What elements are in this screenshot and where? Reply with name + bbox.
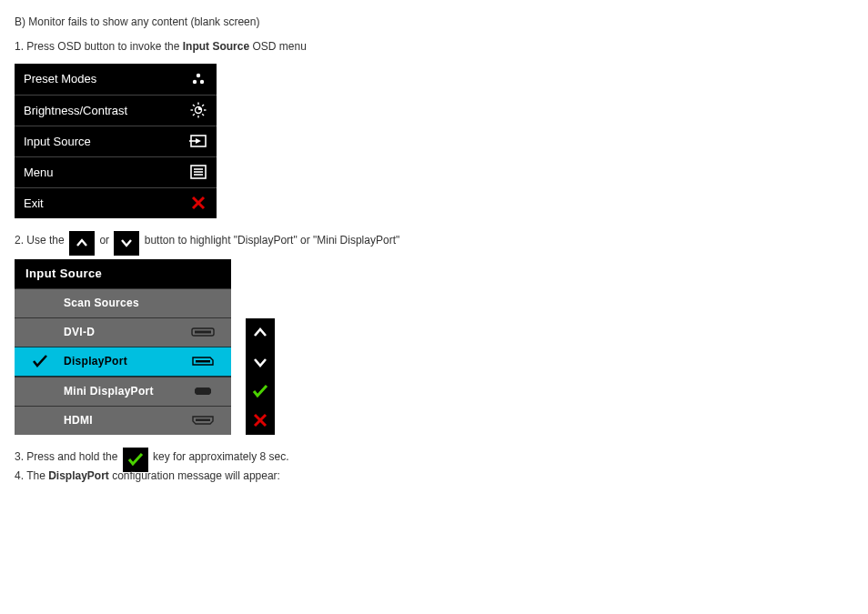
section-heading: B) Monitor fails to show any content (bl… [15, 15, 853, 30]
brightness-icon [189, 101, 207, 119]
svg-rect-23 [196, 360, 210, 363]
osd-item-exit[interactable]: Exit [15, 187, 217, 218]
down-arrow-icon[interactable] [114, 231, 139, 256]
osd-item-label: Brightness/Contrast [24, 104, 127, 117]
svg-rect-22 [195, 331, 211, 334]
side-close-button[interactable] [246, 406, 275, 435]
menu-icon [189, 163, 207, 181]
osd-row-displayport[interactable]: DisplayPort [15, 347, 231, 377]
osd-menu-main: Preset Modes Brightness/Contrast [15, 64, 217, 218]
osd-row-label: Scan Sources [31, 297, 189, 309]
mini-dp-port-icon [189, 386, 217, 397]
bold-text: Input Source [183, 40, 249, 53]
svg-line-8 [193, 105, 195, 106]
text: OSD menu [249, 40, 307, 53]
osd-row-dvi-d[interactable]: DVI-D [15, 317, 231, 347]
step-1-text: 1. Press OSD button to invoke the Input … [15, 39, 853, 55]
svg-point-2 [200, 79, 204, 83]
osd-item-label: Input Source [24, 135, 91, 148]
osd-item-preset-modes[interactable]: Preset Modes [15, 64, 217, 95]
svg-rect-24 [196, 419, 210, 422]
text: 3. Press and hold the [15, 449, 121, 462]
step-3-text: 3. Press and hold the key for approximat… [15, 448, 853, 467]
text: or [99, 233, 112, 246]
svg-line-9 [202, 114, 204, 116]
side-ok-button[interactable] [246, 377, 275, 406]
close-icon [189, 194, 207, 212]
text: configuration message will appear: [109, 469, 280, 482]
osd-item-label: Preset Modes [24, 72, 96, 86]
text: 1. Press OSD button to invoke the [15, 40, 183, 53]
svg-point-0 [197, 73, 200, 76]
step-2-text: 2. Use the or button to highlight "Displ… [15, 231, 853, 250]
dots-icon [189, 70, 207, 88]
osd-item-brightness[interactable]: Brightness/Contrast [15, 95, 217, 126]
bold-text: DisplayPort [48, 469, 109, 482]
osd-input-source-menu: Input Source Scan Sources DVI-D Di [15, 259, 231, 435]
osd-item-menu[interactable]: Menu [15, 156, 217, 187]
check-icon [33, 355, 47, 367]
text: key for approximately 8 sec. [153, 449, 288, 462]
osd-row-scan-sources[interactable]: Scan Sources [15, 288, 231, 317]
svg-line-10 [193, 114, 195, 116]
text: 2. Use the [15, 233, 67, 246]
text: button to highlight "DisplayPort" or "Mi… [145, 233, 400, 246]
dvi-port-icon [189, 327, 217, 337]
osd-row-label: DVI-D [31, 326, 189, 338]
side-down-button[interactable] [246, 347, 275, 377]
svg-point-1 [193, 79, 197, 83]
osd-row-label: DisplayPort [31, 355, 189, 367]
text: 4. The [15, 469, 48, 482]
osd-item-label: Exit [24, 196, 44, 210]
osd-side-buttons [246, 318, 275, 435]
displayport-port-icon [189, 356, 217, 367]
step-4-text: 4. The DisplayPort configuration message… [15, 468, 853, 484]
osd-row-hdmi[interactable]: HDMI [15, 406, 231, 435]
side-up-button[interactable] [246, 318, 275, 347]
osd-input-source-header: Input Source [15, 259, 231, 288]
svg-marker-13 [196, 138, 201, 144]
osd-row-label: HDMI [31, 414, 189, 427]
hdmi-port-icon [189, 415, 217, 426]
svg-line-11 [202, 105, 204, 106]
osd-row-mini-displayport[interactable]: Mini DisplayPort [15, 377, 231, 406]
osd-item-label: Menu [24, 166, 54, 179]
osd-row-label: Mini DisplayPort [31, 385, 189, 398]
up-arrow-icon[interactable] [69, 231, 95, 256]
input-icon [189, 132, 207, 150]
osd-item-input-source[interactable]: Input Source [15, 126, 217, 156]
